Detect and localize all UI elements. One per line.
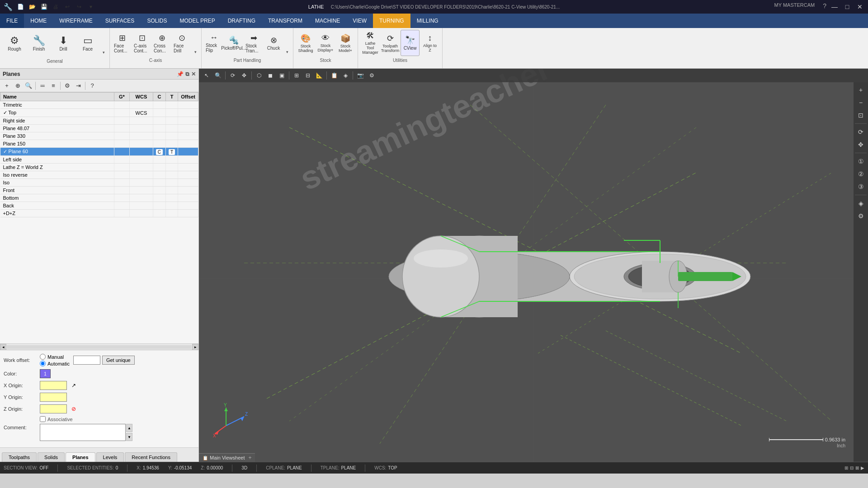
table-row[interactable]: Bottom — [0, 194, 198, 202]
vp-measure-icon[interactable]: 📐 — [314, 70, 324, 80]
comment-textarea[interactable] — [40, 424, 126, 441]
associative-checkbox[interactable] — [40, 416, 46, 422]
col-wcs-header[interactable]: WCS — [130, 93, 153, 101]
sheet-add-icon[interactable]: + — [248, 455, 251, 461]
qa-open[interactable]: 📂 — [27, 2, 37, 12]
minimize-button[interactable]: — — [830, 2, 839, 11]
expand-button[interactable]: ≡ — [48, 81, 58, 91]
align-to-z-button[interactable]: ↕ Align to Z — [420, 30, 439, 56]
automatic-radio[interactable]: Automatic — [40, 361, 70, 366]
table-row[interactable]: Plane 150 — [0, 140, 198, 148]
table-row[interactable]: Lathe Z = World Z — [0, 164, 198, 171]
col-t-header[interactable]: T — [166, 93, 178, 101]
col-c-header[interactable]: C — [153, 93, 165, 101]
vp-attribute-icon[interactable]: ◈ — [340, 70, 350, 80]
help-icon[interactable]: ? — [823, 2, 826, 11]
rt-view1-button[interactable]: ① — [855, 155, 867, 167]
general-dropdown[interactable]: ▾ — [100, 30, 107, 56]
rt-zoom-out-button[interactable]: − — [855, 97, 867, 108]
vp-layer-icon[interactable]: 📋 — [329, 70, 339, 80]
tab-recent-functions[interactable]: Recent Functions — [125, 452, 177, 462]
drill-button[interactable]: ⬇ Drill — [52, 30, 75, 57]
parthandling-dropdown[interactable]: ▾ — [284, 30, 290, 56]
panel-pin-button[interactable]: 📌 — [177, 71, 184, 77]
import-button[interactable]: ⇥ — [73, 81, 83, 91]
face-drill-button[interactable]: ⊙ Face Drill — [172, 30, 191, 56]
menu-turning[interactable]: TURNING — [373, 14, 410, 28]
col-offset-header[interactable]: Offset — [178, 93, 198, 101]
stock-tran-button[interactable]: ➡ Stock Tran... — [244, 30, 263, 56]
grid-icon-4[interactable]: ▶ — [861, 465, 864, 470]
face-button[interactable]: ▭ Face — [76, 30, 99, 57]
menu-transform[interactable]: TRANSFORM — [262, 14, 309, 28]
menu-surfaces[interactable]: SURFACES — [99, 14, 141, 28]
finish-button[interactable]: 🔧 Finish — [27, 30, 51, 57]
menu-drafting[interactable]: DRAFTING — [222, 14, 262, 28]
menu-solids[interactable]: SOLIDS — [141, 14, 173, 28]
vp-screenshot-icon[interactable]: 📷 — [355, 70, 365, 80]
add-plane-button[interactable]: + — [2, 81, 12, 91]
menu-file[interactable]: FILE — [0, 14, 24, 28]
manual-radio[interactable]: Manual — [40, 354, 70, 360]
table-row[interactable]: Iso — [0, 179, 198, 187]
panel-close-button[interactable]: ✕ — [191, 71, 196, 77]
qa-new[interactable]: 📄 — [15, 2, 25, 12]
rt-view2-button[interactable]: ② — [855, 168, 867, 180]
cross-cont-button[interactable]: ⊕ Cross Con... — [152, 30, 171, 56]
rough-button[interactable]: ⚙ Rough — [3, 30, 26, 57]
table-row[interactable]: Plane 48.07 — [0, 125, 198, 132]
menu-view[interactable]: VIEW — [346, 14, 373, 28]
rt-settings-button[interactable]: ⚙ — [855, 210, 867, 222]
qa-undo[interactable]: ↩ — [62, 2, 72, 12]
comment-scroll-up[interactable]: ▲ — [126, 424, 132, 432]
grid-icon-2[interactable]: ⊟ — [850, 465, 854, 470]
grid-icon-1[interactable]: ⊞ — [844, 465, 848, 470]
table-row[interactable]: Right side — [0, 117, 198, 125]
vp-orbit-icon[interactable]: ⟳ — [228, 70, 238, 80]
rt-zoom-in-button[interactable]: + — [855, 84, 867, 96]
menu-home[interactable]: HOME — [24, 14, 53, 28]
qa-redo[interactable]: ↪ — [74, 2, 84, 12]
rt-pan-button[interactable]: ✥ — [855, 139, 867, 150]
hscroll-left[interactable]: ◂ — [0, 344, 6, 350]
add-named-button[interactable]: ⊕ — [13, 81, 23, 91]
caxis-dropdown[interactable]: ▾ — [192, 30, 198, 56]
close-button[interactable]: ✕ — [855, 2, 864, 11]
toolpath-transform-button[interactable]: ⟳ Toolpath Transform — [381, 30, 400, 56]
lathe-tool-manager-button[interactable]: 🛠 Lathe Tool Manager — [361, 30, 380, 56]
qa-save[interactable]: 💾 — [39, 2, 49, 12]
caxis-cont-button[interactable]: ⊡ C-axis Cont... — [132, 30, 151, 56]
stock-flip-button[interactable]: ↔ Stock Flip — [204, 30, 223, 56]
pickoff-button[interactable]: 🔩 Pickoff/Pul... — [224, 30, 243, 56]
grid-icon-3[interactable]: ⊠ — [855, 465, 859, 470]
help-button[interactable]: ? — [87, 81, 97, 91]
collapse-button[interactable]: ═ — [38, 81, 47, 91]
tab-levels[interactable]: Levels — [96, 452, 124, 462]
table-row[interactable]: Back — [0, 202, 198, 210]
panel-float-button[interactable]: ⧉ — [185, 71, 189, 77]
vp-pan-icon[interactable]: ✥ — [239, 70, 249, 80]
tab-toolpaths[interactable]: Toolpaths — [2, 452, 37, 462]
rt-fit-button[interactable]: ⊡ — [855, 109, 867, 121]
chuck-button[interactable]: ⊗ Chuck — [264, 30, 283, 56]
vp-shaded-icon[interactable]: ◼ — [265, 70, 275, 80]
x-origin-pick-icon[interactable]: ↗ — [69, 381, 79, 390]
y-origin-input[interactable]: 0.0 — [40, 393, 67, 402]
vp-edges-icon[interactable]: ▣ — [277, 70, 287, 80]
qa-more[interactable]: ▾ — [86, 2, 96, 12]
sheet-tab[interactable]: 📋 Main Viewsheet + — [199, 453, 255, 462]
table-row[interactable]: Front — [0, 187, 198, 194]
vp-grid-icon[interactable]: ⊟ — [303, 70, 313, 80]
z-origin-cancel-icon[interactable]: ⊘ — [69, 404, 79, 413]
stock-shading-button[interactable]: 🎨 Stock Shading — [296, 30, 315, 56]
tab-planes[interactable]: Planes — [66, 452, 95, 462]
hscroll-track[interactable] — [7, 345, 192, 349]
table-row[interactable]: Plane 330 — [0, 132, 198, 140]
maximize-button[interactable]: □ — [843, 2, 852, 11]
menu-modelprep[interactable]: MODEL PREP — [173, 14, 221, 28]
work-offset-input[interactable]: -1 — [73, 356, 100, 365]
qa-print[interactable]: 🖨 — [51, 2, 61, 12]
comment-scroll-down[interactable]: ▼ — [126, 433, 132, 441]
tab-solids[interactable]: Solids — [38, 452, 65, 462]
table-row[interactable]: +D+Z — [0, 210, 198, 217]
